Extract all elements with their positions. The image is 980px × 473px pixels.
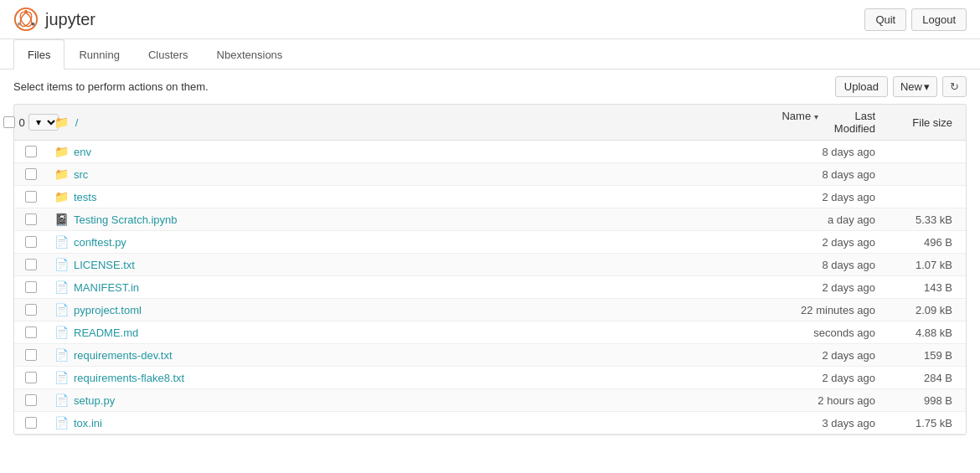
select-count: 0 [18,116,24,129]
row-name-cell: 📄 MANIFEST.in [48,280,748,294]
row-modified-cell: 2 days ago [748,372,882,384]
logout-button[interactable]: Logout [911,8,967,31]
file-name-link[interactable]: conftest.py [74,236,126,249]
jupyter-logo-icon [13,7,39,32]
new-dropdown-arrow: ▾ [924,80,930,93]
modified-col-header: Last Modified [834,110,875,135]
row-name-cell: 📁 src [48,167,748,181]
row-check-cell [14,191,48,203]
row-modified-cell: 8 days ago [748,146,882,158]
row-checkbox[interactable] [25,372,37,383]
tabs-bar: Files Running Clusters Nbextensions [0,39,980,69]
row-check-cell [14,417,48,429]
file-name-link[interactable]: Testing Scratch.ipynb [74,213,178,226]
row-name-cell: 📁 env [48,145,748,158]
file-icon: 📄 [54,326,69,339]
breadcrumb-path-area: 📁 / [48,116,748,129]
row-name-cell: 📄 requirements-flake8.txt [48,371,748,384]
row-check-cell [14,213,48,225]
file-list-header-row: 0 ▾ 📁 / Name ▾ Last Modified File size [13,104,967,140]
tab-clusters[interactable]: Clusters [134,39,203,69]
row-check-cell [14,281,48,293]
row-check-cell [14,394,48,406]
file-name-link[interactable]: tests [74,191,96,203]
tab-running[interactable]: Running [64,39,133,69]
row-name-cell: 📄 conftest.py [48,235,748,249]
table-row: 📁 src 8 days ago [14,163,966,186]
table-row: 📄 tox.ini 3 days ago 1.75 kB [14,412,966,434]
file-icon: 📄 [54,258,69,271]
row-checkbox[interactable] [25,281,37,293]
file-name-link[interactable]: LICENSE.txt [74,259,135,271]
row-check-cell [14,372,48,383]
row-checkbox[interactable] [25,417,37,429]
table-row: 📁 env 8 days ago [14,141,966,163]
row-size-cell: 159 B [882,349,966,362]
file-icon: 📄 [54,393,69,407]
notebook-icon: 📓 [54,213,69,226]
file-name-link[interactable]: MANIFEST.in [74,281,139,294]
row-checkbox[interactable] [25,394,37,406]
table-row: 📓 Testing Scratch.ipynb a day ago 5.33 k… [14,208,966,231]
refresh-button[interactable]: ↻ [942,76,967,97]
file-name-link[interactable]: setup.py [74,394,115,407]
folder-bread-icon: 📁 [54,116,69,129]
file-icon: 📄 [54,348,69,362]
svg-point-3 [24,10,28,13]
breadcrumb[interactable]: / [75,116,79,129]
file-icon: 📄 [54,303,69,316]
row-modified-cell: 8 days ago [748,259,882,271]
row-size-cell: 1.75 kB [882,417,966,429]
file-name-link[interactable]: env [74,146,91,158]
app-name: jupyter [45,10,95,29]
row-checkbox[interactable] [25,259,37,270]
row-modified-cell: 2 days ago [748,281,882,294]
row-name-cell: 📄 setup.py [48,393,748,407]
table-row: 📄 README.md seconds ago 4.88 kB [14,321,966,344]
row-name-cell: 📄 requirements-dev.txt [48,348,748,362]
toolbar: Select items to perform actions on them.… [0,69,980,104]
file-name-link[interactable]: src [74,168,88,181]
select-all-checkbox[interactable] [3,116,15,128]
row-modified-cell: 2 hours ago [748,394,882,407]
row-checkbox[interactable] [25,349,37,361]
row-checkbox[interactable] [25,213,37,225]
svg-point-5 [32,23,35,26]
row-checkbox[interactable] [25,236,37,248]
row-check-cell [14,259,48,270]
upload-button[interactable]: Upload [835,76,888,97]
file-name-link[interactable]: requirements-dev.txt [74,349,173,362]
row-check-cell [14,146,48,157]
file-icon: 📄 [54,280,69,294]
row-name-cell: 📄 pyproject.toml [48,303,748,316]
tab-files[interactable]: Files [13,39,64,69]
size-col-header-cell: File size [882,116,966,129]
row-size-cell: 1.07 kB [882,259,966,271]
table-row: 📄 requirements-flake8.txt 2 days ago 284… [14,367,966,389]
row-modified-cell: a day ago [748,213,882,226]
row-size-cell: 143 B [882,281,966,294]
row-check-cell [14,349,48,361]
size-col-header: File size [912,116,952,129]
folder-icon: 📁 [54,145,69,158]
file-name-link[interactable]: pyproject.toml [74,304,142,316]
row-checkbox[interactable] [25,304,37,316]
quit-button[interactable]: Quit [864,8,906,31]
row-checkbox[interactable] [25,326,37,338]
new-button[interactable]: New ▾ [893,76,937,97]
row-check-cell [14,168,48,180]
col-modified-sort[interactable]: Name ▾ Last Modified [748,110,882,135]
toolbar-left: Select items to perform actions on them. [13,80,209,93]
row-checkbox[interactable] [25,168,37,180]
new-label: New [900,80,922,93]
svg-point-4 [18,23,21,26]
tab-nbextensions[interactable]: Nbextensions [203,39,297,69]
table-row: 📄 pyproject.toml 22 minutes ago 2.09 kB [14,299,966,321]
file-name-link[interactable]: tox.ini [74,417,102,429]
row-checkbox[interactable] [25,191,37,203]
row-modified-cell: 2 days ago [748,349,882,362]
row-checkbox[interactable] [25,146,37,157]
file-name-link[interactable]: README.md [74,326,138,339]
file-name-link[interactable]: requirements-flake8.txt [74,372,184,384]
name-col-header: Name ▾ [781,110,821,122]
